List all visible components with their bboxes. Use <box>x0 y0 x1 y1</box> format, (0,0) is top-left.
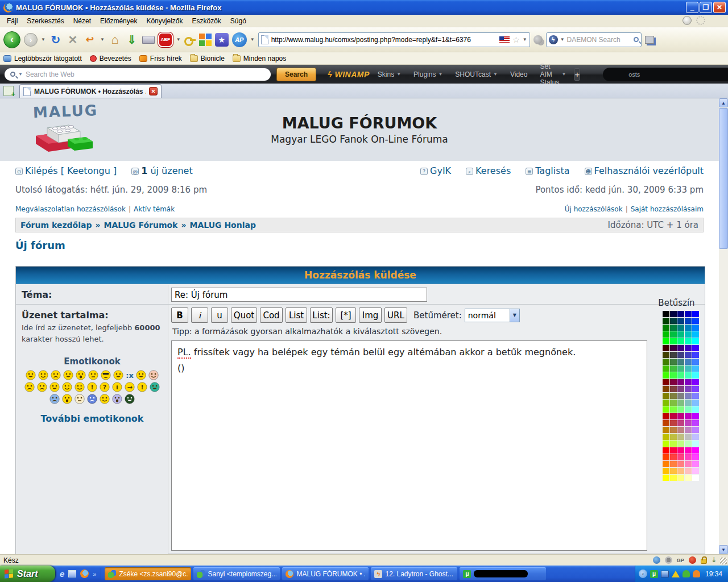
palette-swatch-404080[interactable] <box>677 352 684 358</box>
print-button[interactable] <box>142 36 155 44</box>
palette-swatch-808040[interactable] <box>670 393 677 399</box>
palette-swatch-804000[interactable] <box>663 386 669 392</box>
bookmark-item-0[interactable]: Legtöbbször látogatott <box>3 55 82 63</box>
palette-swatch-8000BF[interactable] <box>685 379 692 385</box>
logout-link[interactable]: ⊙Kilépés [ Keetongu ] <box>15 165 117 176</box>
palette-swatch-8000FF[interactable] <box>692 379 699 385</box>
palette-swatch-FFFFFF[interactable] <box>692 475 699 481</box>
palette-swatch-8040BF[interactable] <box>685 386 692 392</box>
palette-swatch-00FF00[interactable] <box>663 338 669 344</box>
winamp-search-placeholder[interactable]: Search the Web <box>26 70 75 78</box>
taskbar-task-3[interactable]: ϟ12. Ladytron - Ghost... <box>371 567 457 580</box>
palette-swatch-40BF40[interactable] <box>670 365 677 372</box>
palette-swatch-FF00FF[interactable] <box>692 447 699 454</box>
back-button[interactable]: ‹ <box>3 31 20 48</box>
winamp-logo[interactable]: ϟWINAMP <box>328 69 370 79</box>
palette-swatch-40FF80[interactable] <box>677 372 684 379</box>
palette-swatch-FF4000[interactable] <box>663 454 669 460</box>
unanswered-posts-link[interactable]: Megválaszolatlan hozzászólások <box>15 205 126 213</box>
palette-swatch-BF4000[interactable] <box>663 420 669 426</box>
smiley-blackevil[interactable] <box>125 394 135 404</box>
palette-swatch-8080BF[interactable] <box>685 393 692 399</box>
abp-status-icon[interactable] <box>689 556 696 564</box>
url-dropdown-icon[interactable]: ▼ <box>523 37 527 42</box>
palette-swatch-FF0040[interactable] <box>670 447 677 454</box>
ap-dropdown-icon[interactable]: ▼ <box>250 37 255 42</box>
smiley-wink[interactable] <box>75 382 85 392</box>
palette-swatch-808000[interactable] <box>663 393 669 399</box>
smiley-arrow[interactable]: → <box>125 382 135 392</box>
adblock-dropdown-icon[interactable]: ▼ <box>176 37 181 42</box>
palette-swatch-400040[interactable] <box>670 345 677 351</box>
palette-swatch-80FF80[interactable] <box>677 406 684 413</box>
palette-swatch-FFBF80[interactable] <box>677 468 684 474</box>
palette-swatch-000080[interactable] <box>677 311 684 317</box>
smiley-dizzy[interactable] <box>112 394 122 404</box>
smiley-cry[interactable] <box>24 382 35 392</box>
file-manager-icon[interactable] <box>68 570 76 577</box>
menu-item-4[interactable]: Könyvjelzők <box>142 16 187 26</box>
palette-swatch-8040FF[interactable] <box>692 386 699 392</box>
topic-title-link[interactable]: Új fórum <box>15 239 65 251</box>
palette-swatch-BFFFBF[interactable] <box>685 440 692 447</box>
palette-swatch-40FF00[interactable] <box>663 372 669 379</box>
palette-swatch-BFBF40[interactable] <box>670 434 677 440</box>
taskbar-task-2[interactable]: MALUG FÓRUMOK • ... <box>282 567 369 580</box>
palette-swatch-BF40BF[interactable] <box>685 420 692 426</box>
winamp-menu-video[interactable]: Video <box>508 70 530 78</box>
palette-swatch-0040BF[interactable] <box>685 318 692 324</box>
palette-swatch-BF8040[interactable] <box>670 427 677 433</box>
palette-swatch-FFFF40[interactable] <box>670 475 677 481</box>
palette-swatch-BF80BF[interactable] <box>685 427 692 433</box>
bbcode-button-i[interactable]: i <box>191 307 208 323</box>
palette-swatch-00FFBF[interactable] <box>685 338 692 344</box>
palette-swatch-00BF40[interactable] <box>670 331 677 338</box>
bookmark-item-3[interactable]: Bionicle <box>190 55 225 63</box>
ucp-link[interactable]: ☻Felhasználói vezérlőpult <box>585 165 704 176</box>
search-magnifier-icon[interactable] <box>634 37 639 42</box>
winamp-add-button[interactable]: + <box>574 68 580 81</box>
memberlist-link[interactable]: ≣Taglista <box>526 165 569 176</box>
palette-swatch-FFBF00[interactable] <box>663 468 669 474</box>
select-arrow-icon[interactable]: ▼ <box>510 309 519 322</box>
taskbar-task-1[interactable]: Sanyi <templomszeg... <box>193 567 280 580</box>
menu-item-1[interactable]: Szerkesztés <box>22 16 68 26</box>
message-textarea[interactable]: PL. frissítek vagy ha belépek egy témán … <box>171 340 647 551</box>
bookmark-star-icon[interactable]: ☆ <box>512 35 520 44</box>
palette-swatch-000000[interactable] <box>663 311 669 317</box>
smiley-shout[interactable] <box>62 394 72 404</box>
palette-swatch-BFFF00[interactable] <box>663 440 669 447</box>
palette-swatch-FFBF40[interactable] <box>670 468 677 474</box>
keys-icon[interactable] <box>533 35 543 44</box>
palette-swatch-40FFFF[interactable] <box>692 372 699 379</box>
palette-swatch-00BFFF[interactable] <box>692 331 699 338</box>
smiley-pale[interactable] <box>75 394 85 404</box>
own-posts-link[interactable]: Saját hozzászólásaim <box>631 205 704 213</box>
winamp-search-input[interactable]: ▼ Search the Web <box>5 68 271 81</box>
palette-swatch-BFBF00[interactable] <box>663 434 669 440</box>
winamp-menu-plugins[interactable]: Plugins▼ <box>411 70 445 78</box>
font-size-select[interactable]: normál ▼ <box>465 309 520 322</box>
breadcrumb-home-link[interactable]: Fórum kezdőlap <box>20 221 92 230</box>
smiley-exclaim[interactable]: ! <box>87 382 97 392</box>
palette-swatch-BF40FF[interactable] <box>692 420 699 426</box>
smiley-confused[interactable] <box>87 394 97 404</box>
palette-swatch-404000[interactable] <box>663 352 669 358</box>
palette-swatch-BF0040[interactable] <box>670 413 677 419</box>
daemon-search-icon[interactable]: ϟ <box>549 35 558 44</box>
palette-swatch-0000BF[interactable] <box>685 311 692 317</box>
url-text[interactable]: http://www.malug.hu/comxs/posting.php?mo… <box>271 36 497 44</box>
smiley-wave[interactable] <box>100 394 110 404</box>
breadcrumb-subforum-link[interactable]: MALUG Honlap <box>189 221 256 230</box>
palette-swatch-FFBFBF[interactable] <box>685 468 692 474</box>
palette-swatch-FF80BF[interactable] <box>685 461 692 467</box>
palette-swatch-FF8000[interactable] <box>663 461 669 467</box>
smiley-eek[interactable] <box>76 370 86 380</box>
winamp-search-dropdown-icon[interactable]: ▼ <box>18 72 23 77</box>
smiley-biggrin[interactable] <box>26 370 36 380</box>
bookmark-item-2[interactable]: Friss hírek <box>139 55 182 63</box>
scroll-up-icon[interactable]: ▲ <box>719 98 728 107</box>
palette-swatch-BF4040[interactable] <box>670 420 677 426</box>
bookmark-item-4[interactable]: Minden napos <box>233 55 286 63</box>
palette-swatch-BF0000[interactable] <box>663 413 669 419</box>
